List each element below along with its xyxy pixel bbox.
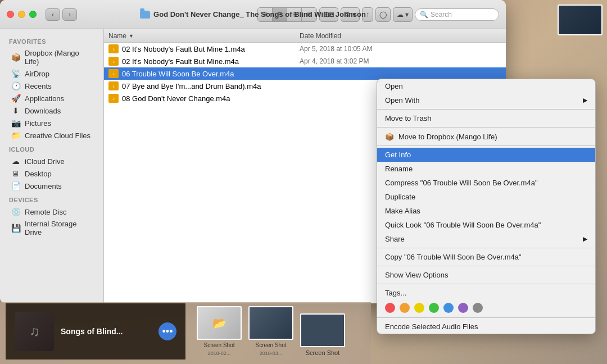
- thumbnail-2-label: Screen Shot: [255, 342, 286, 348]
- dropbox-btn[interactable]: ☁ ▾: [393, 7, 413, 22]
- sidebar-icon-documents: 📄: [11, 181, 20, 190]
- music-player: ♫ Songs of Blind... •••: [6, 303, 185, 360]
- thumbnail-1-label: Screen Shot: [203, 342, 234, 348]
- tag-color-6[interactable]: [473, 303, 483, 313]
- music-more-button[interactable]: •••: [158, 322, 176, 340]
- cm-separator: [377, 127, 595, 128]
- cm-separator: [377, 248, 595, 248]
- cm-item-rename[interactable]: Rename: [377, 162, 595, 176]
- file-name-2: 06 Trouble Will Soon Be Over.m4a: [122, 70, 300, 78]
- tag-color-1[interactable]: [400, 303, 410, 313]
- cm-item-copy[interactable]: Copy "06 Trouble Will Soon Be Over.m4a": [377, 250, 595, 264]
- dropbox-icon: ☁: [397, 11, 404, 19]
- devices-section-label: Devices: [0, 192, 103, 206]
- sidebar-item-icloud-drive[interactable]: ☁ iCloud Drive: [2, 155, 101, 167]
- folder-icon: [140, 11, 150, 19]
- search-bar[interactable]: 🔍 Search: [415, 8, 499, 21]
- cm-separator: [377, 284, 595, 284]
- table-row[interactable]: 06 Trouble Will Soon Be Over.m4a: [104, 67, 506, 80]
- cm-item-move-trash[interactable]: Move to Trash: [377, 111, 595, 125]
- cm-item-open[interactable]: Open: [377, 79, 595, 93]
- sidebar-item-pictures[interactable]: 📷 Pictures: [2, 117, 101, 129]
- tag-icon: ◯: [379, 11, 387, 19]
- sidebar-item-documents[interactable]: 📄 Documents: [2, 180, 101, 192]
- sidebar-label-applications: Applications: [25, 94, 64, 103]
- cm-separator-encode: [377, 317, 595, 318]
- sidebar-item-applications[interactable]: 🚀 Applications: [2, 92, 101, 104]
- cm-tags-row: [377, 300, 595, 316]
- thumbnail-2-img: [248, 306, 293, 340]
- sidebar-label-icloud-drive: iCloud Drive: [25, 157, 65, 166]
- screenshot-area[interactable]: Screen Shot: [300, 313, 345, 360]
- cm-item-open-with[interactable]: Open With ▶: [377, 93, 595, 107]
- sidebar-icon-internal-storage: 💾: [11, 224, 20, 233]
- table-row[interactable]: 02 It's Nobody's Fault But Mine 1.m4a Ap…: [104, 43, 506, 55]
- sidebar-icon-dropbox: 📦: [11, 53, 20, 62]
- table-row[interactable]: 02 It's Nobody's Fault But Mine.m4a Apr …: [104, 55, 506, 67]
- back-button[interactable]: ‹: [46, 8, 60, 21]
- thumbnail-1-preview: 📂: [198, 307, 241, 339]
- cm-item-compress[interactable]: Compress "06 Trouble Will Soon Be Over.m…: [377, 176, 595, 190]
- cm-item-quick-look[interactable]: Quick Look "06 Trouble Will Soon Be Over…: [377, 218, 595, 232]
- context-menu: Open Open With ▶ Move to Trash📦Move to D…: [377, 79, 596, 334]
- tag-btn[interactable]: ◯: [375, 7, 391, 22]
- sidebar-item-airdrop[interactable]: 📡 AirDrop: [2, 67, 101, 80]
- sidebar-item-downloads[interactable]: ⬇ Downloads: [2, 104, 101, 117]
- name-column-header[interactable]: Name ▼: [108, 32, 300, 40]
- thumbnail-2[interactable]: Screen Shot 2018-03...: [248, 306, 293, 356]
- file-icon-4: [108, 94, 119, 103]
- cm-item-get-info[interactable]: Get Info: [377, 148, 595, 162]
- sidebar-label-desktop: Desktop: [25, 170, 52, 178]
- cm-label-open-with: Open With: [385, 96, 419, 104]
- tag-color-3[interactable]: [429, 303, 439, 313]
- date-column-header[interactable]: Date Modified: [300, 32, 501, 40]
- cm-item-move-dropbox[interactable]: 📦Move to Dropbox (Mango Life): [377, 129, 595, 144]
- sidebar-item-remote-disc[interactable]: 💿 Remote Disc: [2, 206, 101, 218]
- file-icon-0: [108, 44, 119, 53]
- cm-item-tags[interactable]: Tags...: [377, 286, 595, 300]
- cm-item-make-alias[interactable]: Make Alias: [377, 204, 595, 218]
- file-name-3: 07 Bye and Bye I'm...and Drum Band).m4a: [122, 82, 300, 90]
- cm-item-duplicate[interactable]: Duplicate: [377, 190, 595, 204]
- thumbnail-1-img: 📂: [197, 306, 242, 340]
- cm-separator: [377, 109, 595, 110]
- sidebar-item-internal-storage[interactable]: 💾 Internal Storage Drive: [2, 218, 101, 238]
- tag-color-0[interactable]: [385, 303, 395, 313]
- traffic-lights: [7, 11, 37, 18]
- tag-color-2[interactable]: [414, 303, 424, 313]
- cm-item-show-view-options[interactable]: Show View Options: [377, 268, 595, 282]
- thumbnail-2-date: 2018-03...: [260, 351, 283, 356]
- sidebar-item-recents[interactable]: 🕐 Recents: [2, 80, 101, 92]
- cm-item-encode[interactable]: Encode Selected Audio Files: [377, 320, 595, 334]
- topright-screenshot-preview: [559, 6, 601, 34]
- topright-screenshot[interactable]: [558, 4, 603, 35]
- file-name-4: 08 God Don't Never Change.m4a: [122, 94, 300, 103]
- cm-icon-move-dropbox: 📦: [385, 132, 394, 141]
- search-placeholder: Search: [431, 11, 452, 19]
- forward-button[interactable]: ›: [62, 8, 77, 21]
- close-button[interactable]: [7, 11, 14, 18]
- cm-arrow-share: ▶: [583, 235, 587, 243]
- sidebar-icon-creative-cloud: 📁: [11, 131, 20, 140]
- thumbnail-1[interactable]: 📂 Screen Shot 2018-02...: [197, 306, 242, 356]
- sidebar-item-desktop[interactable]: 🖥 Desktop: [2, 167, 101, 180]
- sidebar-icon-airdrop: 📡: [11, 69, 20, 78]
- file-date-0: Apr 5, 2018 at 10:05 AM: [300, 45, 501, 53]
- sidebar-label-creative-cloud: Creative Cloud Files: [25, 131, 90, 140]
- icloud-section-label: iCloud: [0, 142, 103, 155]
- sidebar-icon-pictures: 📷: [11, 119, 20, 128]
- tag-color-4[interactable]: [443, 303, 454, 313]
- sidebar-icon-icloud-drive: ☁: [11, 157, 20, 166]
- cm-arrow-open-with: ▶: [583, 97, 587, 104]
- column-header: Name ▼ Date Modified: [104, 29, 506, 43]
- dropbox-arrow: ▾: [405, 11, 409, 19]
- sidebar-item-dropbox[interactable]: 📦 Dropbox (Mango Life): [2, 47, 101, 67]
- cm-separator: [377, 145, 595, 146]
- minimize-button[interactable]: [18, 11, 25, 18]
- tag-color-5[interactable]: [458, 303, 468, 313]
- cm-item-share[interactable]: Share ▶: [377, 232, 595, 246]
- sidebar-label-documents: Documents: [25, 182, 62, 190]
- sidebar-item-creative-cloud[interactable]: 📁 Creative Cloud Files: [2, 129, 101, 142]
- cm-label-share: Share: [385, 235, 405, 243]
- maximize-button[interactable]: [29, 11, 37, 18]
